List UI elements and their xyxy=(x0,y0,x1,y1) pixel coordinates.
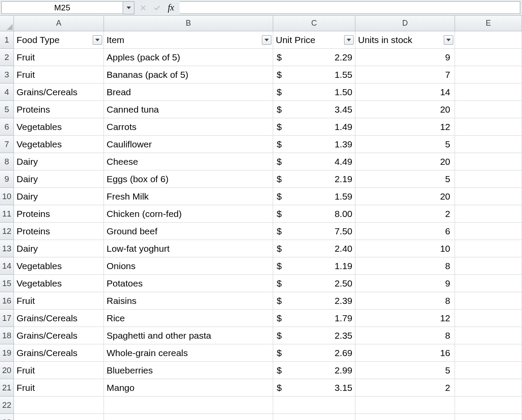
cell[interactable] xyxy=(455,31,522,49)
cell[interactable] xyxy=(455,362,522,379)
cell[interactable] xyxy=(355,397,455,414)
table-header-units-in-stock[interactable]: Units in stock xyxy=(355,31,455,49)
cell[interactable] xyxy=(455,101,522,118)
cell[interactable] xyxy=(14,414,104,420)
cell[interactable]: 2 xyxy=(355,379,455,397)
cell[interactable]: 10 xyxy=(355,240,455,257)
cell[interactable]: $2.40 xyxy=(273,240,355,257)
cell[interactable]: 9 xyxy=(355,49,455,66)
cell[interactable]: Mango xyxy=(104,379,273,397)
cell[interactable]: Spaghetti and other pasta xyxy=(104,327,273,344)
cell[interactable]: Low-fat yoghurt xyxy=(104,240,273,257)
cell[interactable]: 8 xyxy=(355,327,455,344)
cell[interactable] xyxy=(455,310,522,327)
cell[interactable] xyxy=(455,240,522,257)
row-header[interactable]: 5 xyxy=(0,101,14,118)
row-header[interactable]: 10 xyxy=(0,188,14,205)
cell[interactable]: Dairy xyxy=(14,240,104,257)
row-header[interactable]: 22 xyxy=(0,397,14,414)
cell[interactable] xyxy=(455,257,522,275)
cell[interactable]: $2.39 xyxy=(273,292,355,310)
row-header[interactable]: 14 xyxy=(0,257,14,275)
cell[interactable]: $4.49 xyxy=(273,153,355,170)
cell[interactable]: $2.35 xyxy=(273,327,355,344)
cell[interactable] xyxy=(455,344,522,362)
cell[interactable]: Whole-grain cereals xyxy=(104,344,273,362)
cell[interactable]: $1.50 xyxy=(273,83,355,101)
cell[interactable]: Bananas (pack of 5) xyxy=(104,66,273,83)
row-header[interactable]: 18 xyxy=(0,327,14,344)
name-box-dropdown[interactable] xyxy=(123,1,134,14)
cell[interactable]: Proteins xyxy=(14,205,104,223)
insert-function-button[interactable]: fx xyxy=(164,2,177,13)
cell[interactable]: Canned tuna xyxy=(104,101,273,118)
row-header[interactable]: 13 xyxy=(0,240,14,257)
cell[interactable]: Dairy xyxy=(14,188,104,205)
column-header-a[interactable]: A xyxy=(14,16,104,31)
column-header-e[interactable]: E xyxy=(455,16,522,31)
cell[interactable]: 12 xyxy=(355,118,455,136)
cell[interactable]: Vegetables xyxy=(14,275,104,292)
select-all-corner[interactable] xyxy=(0,16,14,31)
cell[interactable]: Fruit xyxy=(14,49,104,66)
cell[interactable]: 2 xyxy=(355,205,455,223)
cell[interactable]: Cauliflower xyxy=(104,136,273,153)
cell[interactable]: $2.50 xyxy=(273,275,355,292)
row-header[interactable]: 3 xyxy=(0,66,14,83)
row-header[interactable]: 2 xyxy=(0,49,14,66)
cell[interactable] xyxy=(455,83,522,101)
cell[interactable]: 20 xyxy=(355,101,455,118)
cell[interactable] xyxy=(273,397,355,414)
cell[interactable] xyxy=(455,49,522,66)
cell[interactable] xyxy=(455,275,522,292)
cell[interactable]: Vegetables xyxy=(14,118,104,136)
cell[interactable]: 20 xyxy=(355,153,455,170)
cell[interactable]: Apples (pack of 5) xyxy=(104,49,273,66)
cell[interactable]: Fruit xyxy=(14,362,104,379)
cell[interactable]: $1.49 xyxy=(273,118,355,136)
filter-button-item[interactable] xyxy=(262,35,271,45)
cell[interactable]: $2.69 xyxy=(273,344,355,362)
cell[interactable] xyxy=(455,188,522,205)
filter-button-food-type[interactable] xyxy=(93,35,102,45)
cell[interactable]: Ground beef xyxy=(104,223,273,240)
row-header[interactable]: 19 xyxy=(0,344,14,362)
cell[interactable]: Onions xyxy=(104,257,273,275)
cell[interactable]: 5 xyxy=(355,362,455,379)
filter-button-units-in-stock[interactable] xyxy=(444,35,453,45)
cell[interactable]: 16 xyxy=(355,344,455,362)
cell[interactable]: Bread xyxy=(104,83,273,101)
row-header[interactable]: 1 xyxy=(0,31,14,49)
cell[interactable]: 20 xyxy=(355,188,455,205)
cell[interactable]: Cheese xyxy=(104,153,273,170)
row-header[interactable]: 12 xyxy=(0,223,14,240)
cell[interactable]: $8.00 xyxy=(273,205,355,223)
cell[interactable] xyxy=(455,170,522,188)
cell[interactable]: Chicken (corn-fed) xyxy=(104,205,273,223)
cell[interactable]: Proteins xyxy=(14,223,104,240)
cell[interactable]: $1.39 xyxy=(273,136,355,153)
row-header[interactable]: 8 xyxy=(0,153,14,170)
cell[interactable]: Fruit xyxy=(14,379,104,397)
row-header[interactable]: 21 xyxy=(0,379,14,397)
cell[interactable]: 12 xyxy=(355,310,455,327)
cell[interactable]: Proteins xyxy=(14,101,104,118)
cell[interactable]: $1.55 xyxy=(273,66,355,83)
cell[interactable]: 7 xyxy=(355,66,455,83)
cell[interactable]: 5 xyxy=(355,170,455,188)
cell[interactable]: $3.15 xyxy=(273,379,355,397)
table-header-food-type[interactable]: Food Type xyxy=(14,31,104,49)
row-header[interactable]: 6 xyxy=(0,118,14,136)
enter-formula-button[interactable] xyxy=(151,2,164,13)
row-header[interactable]: 9 xyxy=(0,170,14,188)
cell[interactable]: $2.29 xyxy=(273,49,355,66)
column-header-c[interactable]: C xyxy=(273,16,355,31)
cell[interactable]: $1.79 xyxy=(273,310,355,327)
cell[interactable] xyxy=(455,66,522,83)
row-header[interactable]: 16 xyxy=(0,292,14,310)
cell[interactable]: Vegetables xyxy=(14,257,104,275)
cell[interactable]: $1.19 xyxy=(273,257,355,275)
cell[interactable]: Fresh Milk xyxy=(104,188,273,205)
row-header[interactable]: 4 xyxy=(0,83,14,101)
cell[interactable] xyxy=(104,397,273,414)
